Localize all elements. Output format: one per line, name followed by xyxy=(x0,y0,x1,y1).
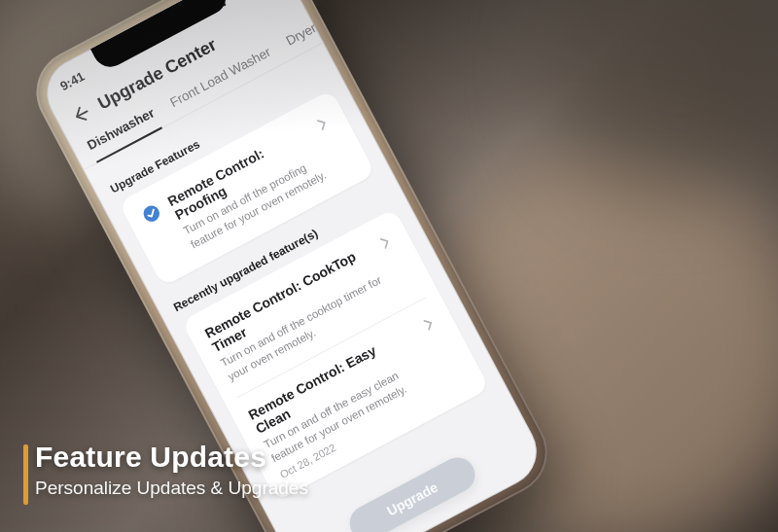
chevron-right-icon xyxy=(416,312,440,336)
chevron-right-icon xyxy=(373,231,397,254)
status-time: 9:41 xyxy=(57,68,87,92)
chevron-right-icon xyxy=(310,112,334,135)
wifi-icon xyxy=(226,0,244,2)
checkmark-circle-icon xyxy=(140,201,163,225)
promo-subtitle: Personalize Updates & Upgrades xyxy=(35,478,308,499)
promo-stage: 9:41 xyxy=(0,0,778,532)
info-icon[interactable]: i xyxy=(353,0,365,11)
promo-caption: Feature Updates Personalize Updates & Up… xyxy=(35,441,308,499)
promo-title: Feature Updates xyxy=(35,441,308,474)
tab-overflow[interactable]: A xyxy=(328,6,348,33)
back-button[interactable] xyxy=(67,100,96,129)
accent-bar xyxy=(23,444,28,505)
arrow-left-icon xyxy=(68,101,94,127)
